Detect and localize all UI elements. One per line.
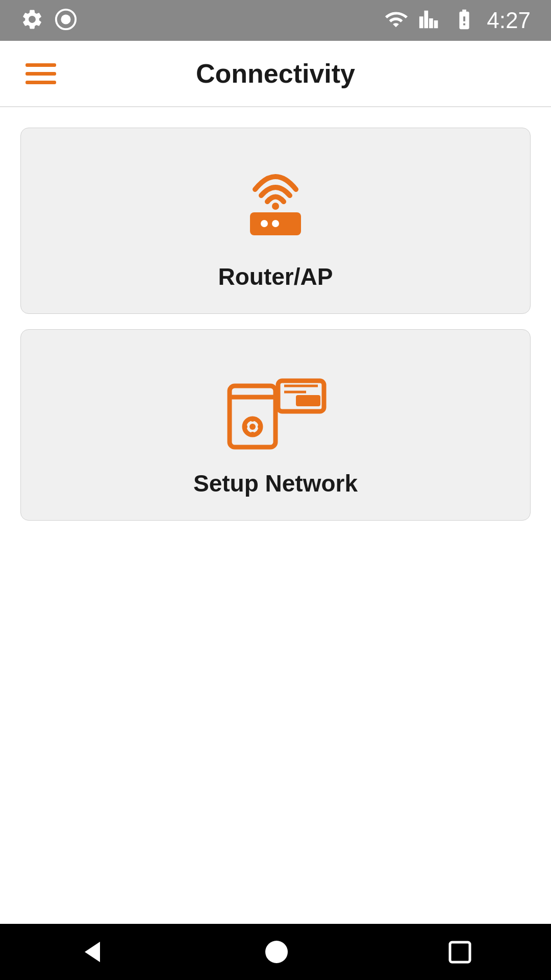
svg-rect-17 [296, 395, 320, 406]
svg-rect-10 [251, 416, 254, 422]
svg-point-4 [261, 220, 268, 227]
battery-icon [451, 8, 478, 33]
setup-network-label: Setup Network [193, 470, 358, 497]
svg-point-19 [265, 941, 288, 963]
svg-marker-18 [85, 942, 100, 962]
svg-rect-13 [258, 425, 263, 428]
svg-point-5 [272, 220, 279, 227]
svg-point-1 [61, 14, 70, 24]
svg-rect-20 [450, 942, 470, 962]
svg-rect-12 [242, 425, 247, 428]
nav-recent-button[interactable] [446, 938, 474, 966]
nav-back-button[interactable] [77, 937, 108, 967]
menu-icon-line2 [26, 72, 56, 76]
main-content: Router/AP [0, 107, 551, 924]
settings-icon [20, 8, 44, 33]
status-bar: 4:27 [0, 0, 551, 41]
router-icon [224, 154, 327, 248]
svg-point-2 [272, 203, 279, 210]
app-bar: Connectivity [0, 41, 551, 107]
page-title: Connectivity [61, 58, 490, 89]
circle-status-icon [54, 8, 78, 33]
menu-button[interactable] [20, 58, 61, 89]
nav-home-button[interactable] [261, 937, 292, 967]
status-time: 4:27 [487, 8, 531, 33]
menu-icon-line3 [26, 81, 56, 84]
router-ap-label: Router/AP [218, 263, 333, 290]
router-ap-card[interactable]: Router/AP [20, 128, 531, 314]
svg-point-9 [249, 424, 256, 430]
menu-icon-line1 [26, 63, 56, 67]
setup-network-icon [217, 355, 334, 454]
svg-rect-11 [251, 432, 254, 437]
signal-icon [418, 8, 442, 33]
bottom-nav [0, 924, 551, 980]
setup-network-card[interactable]: Setup Network [20, 329, 531, 521]
wifi-status-icon [383, 8, 409, 33]
